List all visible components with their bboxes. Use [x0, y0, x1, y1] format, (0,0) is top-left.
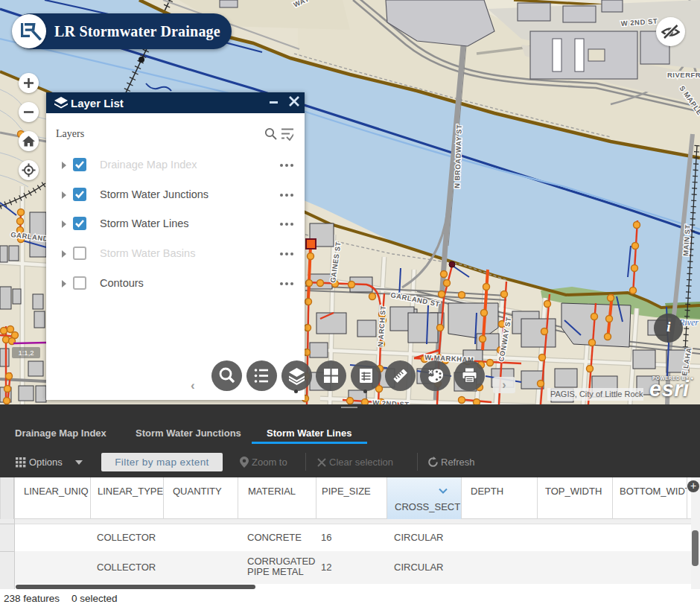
svg-text:RIVERFRO: RIVERFRO	[667, 71, 700, 79]
